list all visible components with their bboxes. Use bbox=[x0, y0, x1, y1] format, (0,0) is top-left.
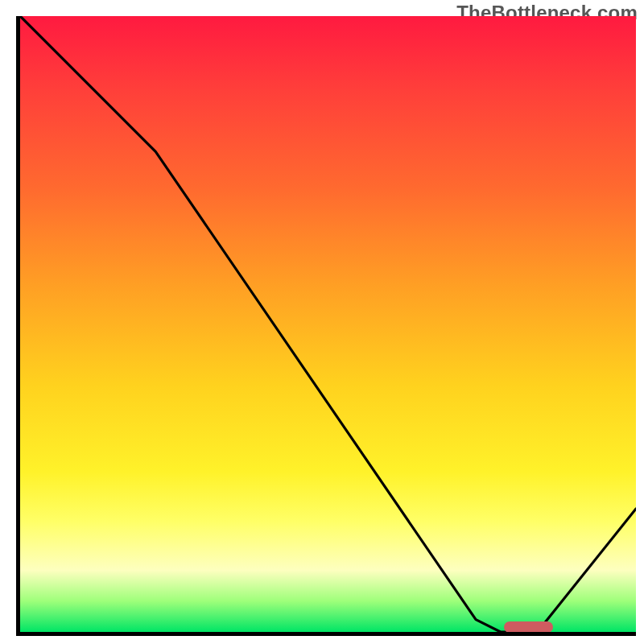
curve-path bbox=[20, 16, 636, 632]
bottleneck-curve bbox=[20, 16, 636, 632]
optimal-range-marker bbox=[504, 621, 554, 633]
plot-area bbox=[16, 16, 636, 636]
chart-frame: TheBottleneck.com bbox=[0, 0, 644, 644]
